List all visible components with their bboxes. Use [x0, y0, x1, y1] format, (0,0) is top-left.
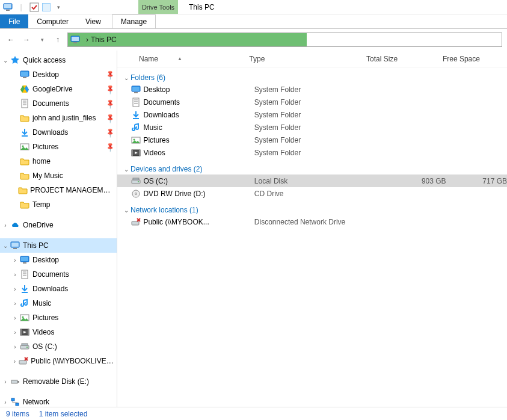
list-item[interactable]: DesktopSystem Folder: [117, 83, 507, 96]
group-expander-icon[interactable]: ⌄: [122, 166, 131, 173]
expander-icon[interactable]: ›: [1, 222, 10, 229]
tree-item-label: Downloads: [30, 128, 68, 137]
tree-item[interactable]: Temp: [0, 197, 117, 212]
properties-icon[interactable]: [29, 2, 40, 13]
title-bar: | ▾ Drive Tools This PC: [0, 0, 507, 14]
new-folder-icon[interactable]: [42, 3, 51, 11]
item-name: Music: [141, 123, 254, 132]
expander-icon[interactable]: ›: [1, 399, 10, 406]
group-header[interactable]: ⌄Devices and drives (2): [117, 159, 507, 174]
tab-computer[interactable]: Computer: [28, 14, 77, 28]
tree-item-label: Pictures: [30, 143, 58, 151]
list-item[interactable]: MusicSystem Folder: [117, 121, 507, 134]
location-icon[interactable]: [68, 33, 82, 46]
file-list[interactable]: ⌄Folders (6)DesktopSystem FolderDocument…: [117, 67, 507, 407]
tree-item[interactable]: ›Removable Disk (E:): [0, 374, 117, 389]
group-header[interactable]: ⌄Folders (6): [117, 67, 507, 83]
item-name: DVD RW Drive (D:): [141, 190, 254, 198]
list-item[interactable]: Public (\\MYBOOK...Disconnected Network …: [117, 215, 507, 228]
contextual-tab-drive-tools[interactable]: Drive Tools: [138, 0, 178, 14]
item-type: System Folder: [254, 111, 370, 119]
tree-item[interactable]: ⌄This PC: [0, 238, 117, 253]
expander-icon[interactable]: ⌄: [1, 57, 10, 64]
expander-icon[interactable]: ›: [11, 271, 19, 278]
expander-icon[interactable]: ⌄: [1, 242, 10, 249]
list-item[interactable]: OS (C:)Local Disk903 GB717 GB: [117, 174, 507, 187]
tree-item[interactable]: Downloads📌: [0, 125, 117, 140]
tree-item-label: home: [30, 157, 51, 165]
tree-item[interactable]: ›Desktop: [0, 253, 117, 267]
up-button[interactable]: ↑: [52, 34, 64, 46]
tree-item-label: john and justin_files: [30, 114, 96, 122]
item-type: System Folder: [254, 123, 370, 132]
tree-item[interactable]: ›Pictures: [0, 310, 117, 325]
expander-icon[interactable]: ›: [11, 300, 19, 307]
expander-icon[interactable]: ›: [11, 257, 19, 264]
tree-item-label: Downloads: [30, 285, 68, 293]
tree-item[interactable]: home: [0, 154, 117, 168]
tree-item[interactable]: Desktop📌: [0, 67, 117, 82]
item-type: CD Drive: [254, 190, 370, 198]
col-name[interactable]: Name▲: [117, 55, 243, 63]
tree-item[interactable]: My Music: [0, 168, 117, 183]
tree-item-label: Documents: [30, 270, 69, 279]
tree-item[interactable]: Pictures📌: [0, 140, 117, 154]
tree-item[interactable]: ›Videos: [0, 325, 117, 339]
list-item[interactable]: DVD RW Drive (D:)CD Drive: [117, 187, 507, 200]
tree-item[interactable]: ⌄Quick access: [0, 53, 117, 67]
forward-button[interactable]: →: [20, 34, 32, 46]
tree-item[interactable]: ›Network: [0, 395, 117, 407]
recent-dropdown-icon[interactable]: ▾: [36, 34, 48, 46]
tab-file[interactable]: File: [0, 14, 28, 28]
expander-icon[interactable]: ›: [11, 358, 19, 365]
item-free: 717 GB: [446, 177, 507, 185]
status-bar: 9 items 1 item selected: [0, 407, 507, 420]
expander-icon[interactable]: ›: [11, 286, 19, 292]
list-item[interactable]: PicturesSystem Folder: [117, 134, 507, 146]
col-total-size[interactable]: Total Size: [360, 55, 437, 63]
item-name: Documents: [141, 98, 254, 107]
window-title: This PC: [178, 3, 215, 11]
group-header[interactable]: ⌄Network locations (1): [117, 200, 507, 215]
sort-arrow-icon: ▲: [177, 56, 182, 61]
expander-icon[interactable]: ›: [11, 344, 19, 350]
list-item[interactable]: DocumentsSystem Folder: [117, 96, 507, 108]
group-expander-icon[interactable]: ⌄: [122, 207, 131, 214]
navigation-pane[interactable]: ⌄Quick accessDesktop📌GoogleDrive📌Documen…: [0, 51, 117, 407]
list-item[interactable]: VideosSystem Folder: [117, 146, 507, 159]
tab-view[interactable]: View: [77, 14, 109, 28]
col-type[interactable]: Type: [243, 55, 360, 63]
expander-icon[interactable]: ›: [11, 315, 19, 321]
address-bar[interactable]: ›This PC: [67, 32, 502, 47]
tree-item[interactable]: PROJECT MANAGEMENT ar: [0, 183, 117, 197]
tree-item[interactable]: ›Music: [0, 296, 117, 310]
breadcrumb-this-pc[interactable]: ›This PC: [82, 33, 120, 46]
breadcrumb-label: This PC: [91, 36, 117, 44]
tree-item[interactable]: ›OS (C:): [0, 339, 117, 354]
tree-item[interactable]: ›Documents: [0, 267, 117, 282]
expander-icon[interactable]: ›: [1, 378, 10, 385]
list-item[interactable]: DownloadsSystem Folder: [117, 108, 507, 121]
tree-item-label: Public (\\MYBOOKLIVEDUC: [28, 357, 114, 365]
tree-item[interactable]: john and justin_files📌: [0, 111, 117, 125]
tree-item[interactable]: ›OneDrive: [0, 218, 117, 232]
item-type: Local Disk: [254, 177, 370, 185]
tree-item-label: Quick access: [20, 56, 66, 64]
col-free-space[interactable]: Free Space: [437, 55, 507, 63]
item-size: 903 GB: [370, 177, 446, 185]
tree-item[interactable]: ›Downloads: [0, 282, 117, 296]
group-expander-icon[interactable]: ⌄: [122, 75, 131, 81]
tab-manage[interactable]: Manage: [112, 14, 156, 28]
tree-item-label: Network: [20, 398, 49, 406]
navigation-row: ← → ▾ ↑ ›This PC: [0, 29, 507, 51]
tree-item[interactable]: Documents📌: [0, 96, 117, 111]
back-button[interactable]: ←: [5, 34, 17, 46]
chevron-right-icon[interactable]: ›: [86, 36, 91, 44]
item-type: System Folder: [254, 136, 370, 144]
tree-item[interactable]: ›Public (\\MYBOOKLIVEDUC: [0, 354, 117, 368]
tree-item[interactable]: GoogleDrive📌: [0, 82, 117, 96]
expander-icon[interactable]: ›: [11, 329, 19, 336]
item-name: Desktop: [141, 85, 254, 94]
qat-dropdown-icon[interactable]: ▾: [53, 2, 64, 13]
tree-item-label: Music: [30, 299, 51, 307]
